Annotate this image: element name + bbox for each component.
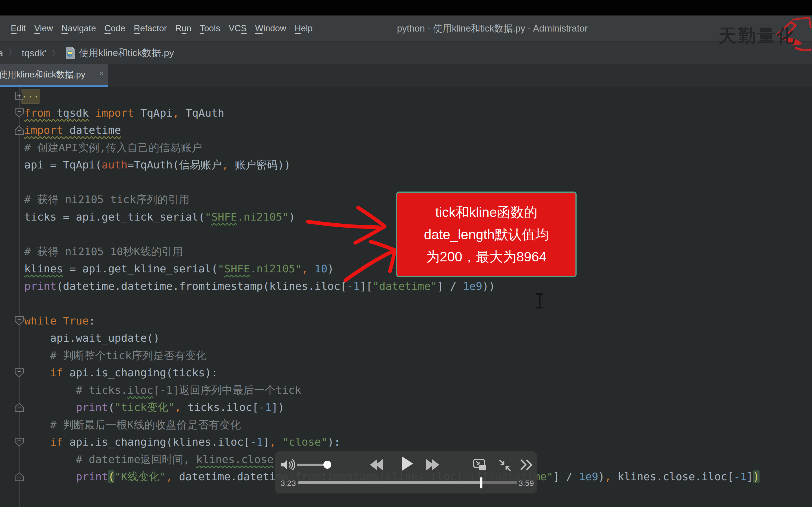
fold-toggle-icon[interactable] <box>15 472 24 482</box>
fold-toggle-icon[interactable] <box>15 403 24 412</box>
text-cursor-icon <box>534 293 545 309</box>
video-player-controls: 3:23 3:59 <box>275 451 537 494</box>
code-line: # 判断最后一根K线的收盘价是否有变化 <box>24 416 760 434</box>
menu-item[interactable]: Edit <box>11 23 26 34</box>
tianqin-logo: 天勤量化 <box>718 24 796 48</box>
pycharm-window: EditViewNavigateCodeRefactorRunToolsVCSW… <box>0 0 812 507</box>
active-tab-indicator <box>0 85 108 87</box>
fold-toggle-icon[interactable] <box>15 126 24 135</box>
breadcrumb-file[interactable]: 使用kline和tick数据.py <box>79 47 174 59</box>
breadcrumb: a 〉 tqsdk' 〉 使用kline和tick数据.py <box>0 42 812 64</box>
menu-item[interactable]: Window <box>255 23 286 34</box>
collapse-icon[interactable] <box>498 459 512 471</box>
menu-item[interactable]: Navigate <box>61 23 96 34</box>
code-line: api = TqApi(auth=TqAuth(信易账户, 账户密码)) <box>24 156 760 174</box>
annotation-text: date_length默认值均 <box>424 223 549 245</box>
playhead[interactable] <box>480 477 483 489</box>
annotation-box: tick和kline函数的 date_length默认值均 为200，最大为89… <box>396 191 576 277</box>
fold-toggle-icon[interactable] <box>15 438 24 447</box>
fast-forward-button[interactable] <box>426 459 439 471</box>
code-line: if api.is_changing(klines.iloc[-1], "clo… <box>24 434 760 451</box>
menu-item[interactable]: Tools <box>200 23 220 34</box>
tab-bar: 使用kline和tick数据.py × <box>0 64 812 87</box>
volume-icon[interactable] <box>281 459 296 471</box>
code-area[interactable]: ...from tqsdk import TqApi, TqAuthimport… <box>24 87 760 486</box>
menu-items: EditViewNavigateCodeRefactorRunToolsVCSW… <box>0 23 313 34</box>
rewind-button[interactable] <box>370 459 383 471</box>
elapsed-time: 3:23 <box>281 479 296 488</box>
fold-toggle-icon[interactable] <box>15 316 24 325</box>
tab-label: 使用kline和tick数据.py <box>0 64 86 85</box>
code-line: ... <box>24 87 760 105</box>
code-line: # 创建API实例,传入自己的信易账户 <box>24 139 760 157</box>
annotation-text: tick和kline函数的 <box>435 201 538 223</box>
menu-item[interactable]: Code <box>104 23 125 34</box>
python-file-icon <box>65 47 76 62</box>
code-line: klines = api.get_kline_serial("SHFE.ni21… <box>24 260 760 278</box>
code-line: ticks = api.get_tick_serial("SHFE.ni2105… <box>24 209 760 226</box>
breadcrumb-root[interactable]: a <box>0 48 3 59</box>
code-line: print("tick变化", ticks.iloc[-1]) <box>24 399 760 416</box>
fold-toggle-icon[interactable] <box>15 369 24 378</box>
play-button[interactable] <box>402 456 413 472</box>
more-chevrons-icon[interactable] <box>520 459 534 470</box>
menu-bar: EditViewNavigateCodeRefactorRunToolsVCSW… <box>0 15 812 42</box>
window-title: python - 使用kline和tick数据.py - Administrat… <box>397 15 588 41</box>
code-line: # 判断整个tick序列是否有变化 <box>24 347 760 364</box>
code-line: print(datetime.datetime.fromtimestamp(kl… <box>24 278 760 295</box>
code-line: api.wait_update() <box>24 330 760 347</box>
breadcrumb-project[interactable]: tqsdk' <box>22 48 47 59</box>
code-line <box>24 226 760 243</box>
menu-item[interactable]: Refactor <box>134 23 167 34</box>
code-line: from tqsdk import TqApi, TqAuth <box>24 105 760 122</box>
code-line: while True: <box>24 313 760 330</box>
breadcrumb-separator: 〉 <box>8 47 17 59</box>
seek-bar-fill <box>298 481 481 484</box>
menu-item[interactable]: View <box>34 23 53 34</box>
code-line <box>24 295 760 313</box>
breadcrumb-separator: 〉 <box>52 47 60 59</box>
code-line: # ticks.iloc[-1]返回序列中最后一个tick <box>24 382 760 399</box>
menu-item[interactable]: Run <box>175 23 192 34</box>
code-line: if api.is_changing(ticks): <box>24 364 760 382</box>
seek-bar[interactable] <box>298 481 517 484</box>
folded-region[interactable]: ... <box>21 89 40 104</box>
menu-item[interactable]: Help <box>295 23 313 34</box>
fold-toggle-icon[interactable] <box>15 108 24 117</box>
code-line: # 获得 ni2105 tick序列的引用 <box>24 191 760 209</box>
picture-in-picture-icon[interactable] <box>473 459 488 471</box>
menu-item[interactable]: VCS <box>229 23 247 34</box>
tab-file[interactable]: 使用kline和tick数据.py × <box>0 64 108 87</box>
code-line: import datetime <box>24 122 760 139</box>
letterbox-bar <box>0 0 812 15</box>
volume-knob[interactable] <box>323 461 331 469</box>
fold-expand-icon[interactable] <box>15 92 23 100</box>
code-line: # 获得 ni2105 10秒K线的引用 <box>24 243 760 261</box>
annotation-text: 为200，最大为8964 <box>426 245 547 268</box>
close-icon[interactable]: × <box>99 69 104 78</box>
code-editor[interactable]: ...from tqsdk import TqApi, TqAuthimport… <box>0 87 812 507</box>
total-time: 3:59 <box>518 479 534 488</box>
code-line <box>24 174 760 191</box>
